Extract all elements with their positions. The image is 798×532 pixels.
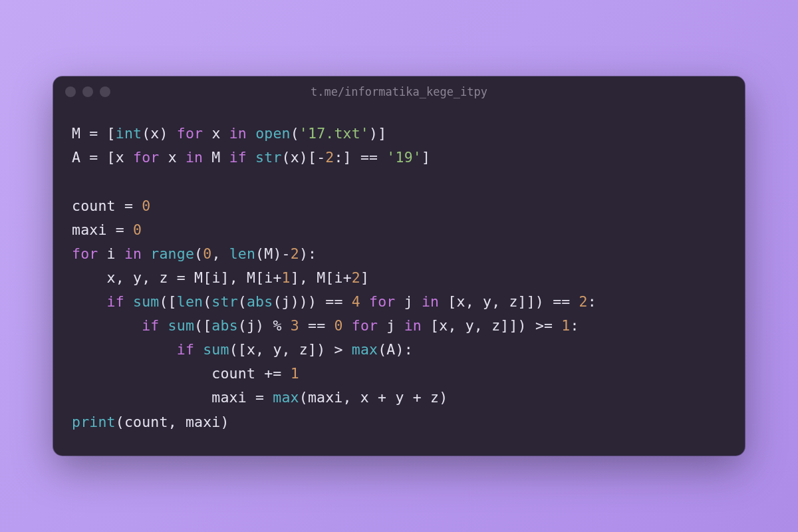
code-token: [ (107, 125, 116, 142)
code-token: ([ (229, 341, 247, 358)
code-token: ([ (194, 317, 211, 334)
code-token (247, 125, 255, 142)
code-token: + (404, 389, 430, 406)
code-token: :] (334, 149, 360, 166)
code-token: z (430, 389, 439, 406)
code-line: x, y, z = M[i], M[i+1], M[i+2] (72, 269, 369, 286)
code-token: x (107, 269, 116, 286)
code-token: j (282, 293, 291, 310)
minimize-icon[interactable] (82, 86, 93, 97)
code-token: ( (203, 293, 211, 310)
code-token: 2 (352, 269, 360, 286)
code-token: ( (238, 293, 247, 310)
code-token: j (378, 317, 404, 334)
maximize-icon[interactable] (100, 86, 110, 97)
code-token: str (255, 149, 281, 166)
code-line: count += 1 (72, 365, 299, 382)
code-token: range (150, 245, 194, 262)
code-token: , (142, 269, 159, 286)
code-token (72, 293, 107, 310)
code-token: maxi (211, 389, 247, 406)
code-token: == (553, 293, 570, 310)
code-token (378, 149, 386, 166)
code-line: print(count, maxi) (72, 414, 229, 430)
code-token: in (124, 245, 142, 262)
code-token: , (448, 317, 465, 334)
close-icon[interactable] (65, 86, 76, 97)
code-token: y (483, 293, 491, 310)
code-token: ( (291, 125, 299, 142)
code-token: )] (369, 125, 386, 142)
code-token: count (211, 365, 255, 382)
code-block: M = [int(x) for x in open('17.txt')] A =… (53, 107, 745, 455)
code-token: ], (221, 269, 247, 286)
code-token: ([ (159, 293, 176, 310)
code-token: , (168, 414, 186, 430)
code-token: 2 (325, 149, 334, 166)
code-token: abs (247, 293, 273, 310)
code-token (570, 293, 579, 310)
code-token: 0 (334, 317, 342, 334)
code-token: == (325, 293, 342, 310)
code-token: x (247, 341, 255, 358)
code-token: [ (422, 317, 439, 334)
code-token: = (168, 269, 194, 286)
code-token: open (255, 125, 291, 142)
code-token: % (273, 317, 281, 334)
code-token: , (343, 389, 360, 406)
code-token: if (229, 149, 247, 166)
code-token (343, 317, 352, 334)
code-token: int (116, 125, 142, 142)
code-token: ( (378, 341, 386, 358)
code-token (159, 317, 168, 334)
code-token: z (491, 317, 500, 334)
code-token: 1 (561, 317, 570, 334)
code-token: A (72, 149, 80, 166)
code-token: ) (160, 125, 177, 142)
code-token: x (203, 125, 229, 142)
code-token (553, 317, 561, 334)
code-token (360, 293, 369, 310)
code-line: if sum([abs(j) % 3 == 0 for j in [x, y, … (72, 317, 579, 334)
code-token (325, 317, 334, 334)
code-token: >= (535, 317, 553, 334)
code-token: M (264, 245, 273, 262)
code-token: ]]) (500, 317, 535, 334)
code-token: [ (107, 149, 116, 166)
code-token: += (255, 365, 291, 382)
code-token: y (395, 389, 404, 406)
code-token: == (360, 149, 378, 166)
code-token: 4 (352, 293, 360, 310)
code-token: ( (273, 293, 281, 310)
code-token: for (133, 149, 159, 166)
code-token: ]]) (518, 293, 553, 310)
code-token: len (177, 293, 203, 310)
code-token: M (317, 269, 325, 286)
code-token (72, 341, 177, 358)
code-token: 0 (133, 221, 142, 238)
code-token: M (247, 269, 255, 286)
code-token: i (264, 269, 273, 286)
code-token (299, 317, 308, 334)
code-token: z (299, 341, 308, 358)
code-token: = (80, 149, 106, 166)
code-token: ], (291, 269, 317, 286)
code-token: 3 (291, 317, 299, 334)
code-token: in (404, 317, 422, 334)
code-token: ( (255, 245, 264, 262)
code-token: if (142, 317, 159, 334)
code-token: x (116, 149, 133, 166)
code-token: str (211, 293, 237, 310)
code-token (282, 317, 291, 334)
code-token: '19' (386, 149, 422, 166)
code-token: for (72, 245, 98, 262)
code-token: ( (238, 317, 247, 334)
code-token: maxi (186, 414, 221, 430)
code-token: , (466, 293, 483, 310)
code-line: A = [x for x in M if str(x)[-2:] == '19'… (72, 149, 430, 166)
code-token: ( (116, 414, 124, 430)
code-token: ]) (308, 341, 334, 358)
code-window: t.me/informatika_kege_itpy M = [int(x) f… (53, 76, 745, 455)
code-token: ): (299, 245, 317, 262)
code-token: 2 (579, 293, 588, 310)
